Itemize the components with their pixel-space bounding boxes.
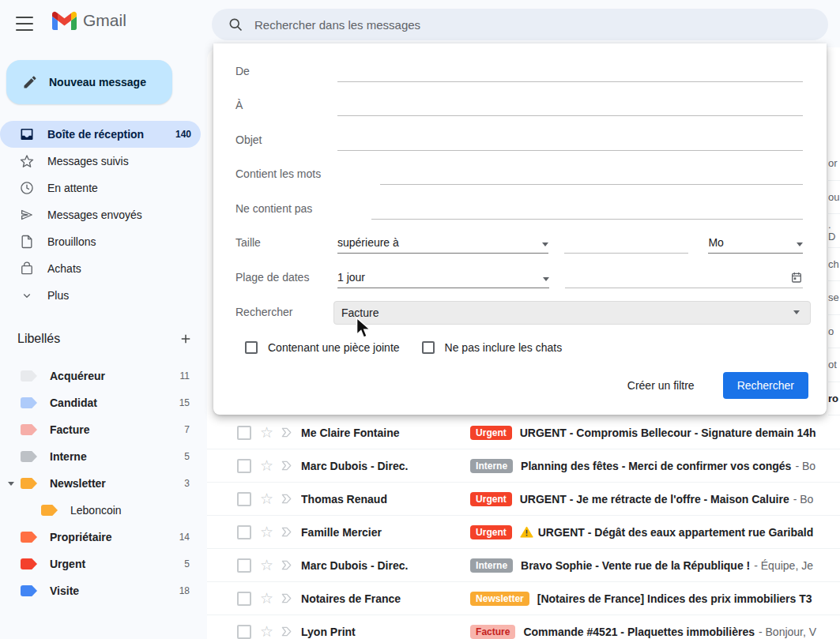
label-count: 5 — [184, 451, 190, 462]
star-icon[interactable]: ☆ — [260, 558, 273, 573]
search-placeholder: Rechercher dans les messages — [254, 18, 420, 32]
sidebar-label-interne[interactable]: Interne5 — [0, 443, 207, 470]
sidebar-label-leboncoin[interactable]: Leboncoin — [0, 497, 207, 524]
sidebar-label-newsletter[interactable]: Newsletter3 — [0, 470, 207, 497]
label-tag-icon — [21, 558, 37, 569]
row-checkbox[interactable] — [237, 459, 251, 473]
email-row[interactable]: ☆Me Claire FontaineUrgentURGENT - Compro… — [207, 416, 840, 449]
field-label: Contient les mots — [235, 167, 380, 185]
field-input[interactable] — [337, 98, 803, 116]
label-tag-icon — [21, 397, 37, 408]
search-button[interactable]: Rechercher — [723, 372, 808, 399]
create-filter-button[interactable]: Créer un filtre — [627, 379, 695, 392]
row-checkbox[interactable] — [237, 592, 251, 606]
importance-marker-icon[interactable] — [281, 427, 294, 438]
email-row[interactable]: ☆Lyon PrintFactureCommande #4521 - Plaqu… — [207, 615, 840, 639]
chevron-down-icon — [19, 288, 35, 303]
label-name: Interne — [50, 450, 184, 463]
warning-icon — [520, 526, 533, 538]
sidebar-item-achats[interactable]: Achats — [0, 255, 201, 282]
label-badge: Facture — [470, 625, 515, 639]
importance-marker-icon[interactable] — [281, 592, 294, 604]
email-sender: Famille Mercier — [301, 526, 462, 539]
row-checkbox[interactable] — [237, 492, 251, 506]
field-input[interactable] — [371, 201, 803, 220]
importance-marker-icon[interactable] — [281, 460, 294, 472]
attachment-checkbox[interactable] — [245, 341, 258, 354]
dropdown-arrow-icon — [793, 310, 800, 314]
sidebar-label-acqu-reur[interactable]: Acquéreur11 — [0, 363, 207, 389]
sidebar-item-plus[interactable]: Plus — [0, 282, 201, 309]
add-label-icon[interactable] — [179, 332, 193, 346]
sidebar-item-messages-suivis[interactable]: Messages suivis — [0, 148, 201, 175]
email-subject: [Notaires de France] Indices des prix im… — [537, 592, 812, 605]
email-subject: URGENT - Dégât des eaux appartement rue … — [538, 526, 814, 539]
importance-marker-icon[interactable] — [281, 493, 294, 505]
email-subject-line: Commande #4521 - Plaquettes immobilières… — [523, 626, 840, 638]
row-checkbox[interactable] — [237, 525, 251, 539]
sidebar-label-urgent[interactable]: Urgent5 — [0, 551, 207, 577]
date-range-select[interactable]: 1 jour — [337, 271, 549, 288]
field-input[interactable] — [380, 167, 803, 185]
occluded-row-fragments: orou. Dchseootro — [828, 147, 840, 415]
star-icon[interactable]: ☆ — [260, 425, 273, 440]
email-subject-line: URGENT - Dégât des eaux appartement rue … — [520, 526, 840, 539]
gmail-logo: Gmail — [52, 11, 126, 30]
sidebar-label-visite[interactable]: Visite18 — [0, 577, 207, 604]
dropdown-arrow-icon — [797, 242, 803, 246]
hamburger-menu-icon[interactable] — [16, 17, 33, 31]
date-value-input[interactable] — [565, 269, 803, 288]
email-row[interactable]: ☆Notaires de FranceNewsletter[Notaires d… — [207, 582, 840, 615]
email-row[interactable]: ☆Thomas RenaudUrgentURGENT - Je me rétra… — [207, 483, 840, 516]
label-count: 5 — [184, 558, 190, 569]
search-input[interactable]: Rechercher dans les messages — [212, 9, 828, 40]
label-tag-icon — [21, 532, 37, 543]
row-checkbox[interactable] — [237, 558, 251, 573]
email-row[interactable]: ☆Famille MercierUrgentURGENT - Dégât des… — [207, 516, 840, 549]
sidebar-item-label: Plus — [47, 289, 191, 302]
importance-marker-icon[interactable] — [281, 626, 294, 637]
field-input[interactable] — [337, 133, 803, 151]
send-icon — [19, 207, 35, 223]
compose-button[interactable]: Nouveau message — [6, 60, 172, 104]
importance-marker-icon[interactable] — [281, 559, 294, 571]
star-icon[interactable]: ☆ — [260, 591, 273, 606]
importance-marker-icon[interactable] — [281, 526, 294, 538]
date-row: Plage de dates 1 jour — [235, 254, 803, 288]
label-name: Propriétaire — [50, 531, 179, 543]
email-sender: Lyon Print — [301, 626, 462, 638]
unread-count: 140 — [175, 129, 191, 140]
star-icon[interactable]: ☆ — [260, 624, 273, 639]
star-icon[interactable]: ☆ — [260, 524, 273, 539]
field-input[interactable] — [337, 64, 803, 82]
email-subject-line: URGENT - Je me rétracte de l'offre - Mai… — [520, 493, 840, 506]
row-checkbox[interactable] — [237, 625, 251, 639]
size-unit-select[interactable]: Mo — [708, 236, 803, 254]
size-value-input[interactable] — [564, 235, 688, 254]
email-row[interactable]: ☆Marc Dubois - Direc.InternePlanning des… — [207, 449, 840, 483]
label-count: 14 — [179, 532, 190, 543]
scope-select[interactable]: Facture — [333, 301, 811, 325]
occluded-email-text: . D — [828, 214, 840, 248]
expand-arrow-icon[interactable] — [8, 482, 14, 489]
label-name: Urgent — [50, 558, 184, 570]
sidebar-item-en-attente[interactable]: En attente — [0, 175, 201, 201]
calendar-icon[interactable] — [790, 271, 803, 284]
label-count: 3 — [184, 478, 190, 489]
email-row[interactable]: ☆Marc Dubois - Direc.InterneBravo Sophie… — [207, 549, 840, 582]
email-sender: Me Claire Fontaine — [301, 427, 462, 439]
sidebar-label-facture[interactable]: Facture7 — [0, 416, 207, 443]
star-icon[interactable]: ☆ — [260, 491, 273, 506]
star-icon[interactable]: ☆ — [260, 458, 273, 473]
row-checkbox[interactable] — [237, 426, 251, 440]
sidebar-item-brouillons[interactable]: Brouillons — [0, 228, 201, 255]
exclude-chats-checkbox[interactable] — [422, 341, 435, 354]
sidebar-label-candidat[interactable]: Candidat15 — [0, 389, 207, 416]
date-label: Plage de dates — [235, 271, 337, 288]
sidebar-item-bo-te-de-r-ception[interactable]: Boîte de réception140 — [0, 121, 201, 148]
size-operator-select[interactable]: supérieure à — [337, 236, 548, 254]
occluded-email-text: o — [828, 315, 840, 349]
sidebar-item-messages-envoy-s[interactable]: Messages envoyés — [0, 201, 201, 228]
sidebar-label-propri-taire[interactable]: Propriétaire14 — [0, 524, 207, 551]
label-tag-icon — [21, 451, 37, 462]
